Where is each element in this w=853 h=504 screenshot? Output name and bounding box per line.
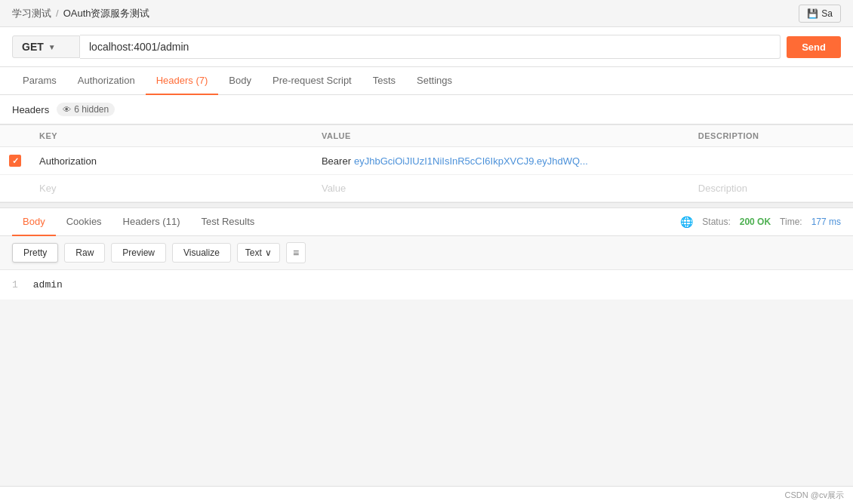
line-number: 1: [12, 279, 18, 290]
save-icon: 💾: [807, 8, 818, 19]
hidden-badge[interactable]: 👁 6 hidden: [57, 103, 115, 116]
table-empty-row: Key Value Description: [0, 175, 853, 202]
response-tabs-left: Body Cookies Headers (11) Test Results: [12, 208, 265, 235]
response-tabs: Body Cookies Headers (11) Test Results 🌐…: [0, 208, 853, 236]
key-placeholder: Key: [39, 183, 56, 194]
breadcrumb-current: OAuth资源服务测试: [63, 7, 150, 20]
col-key-header: KEY: [30, 125, 313, 147]
visualize-button[interactable]: Visualize: [172, 243, 231, 263]
desc-placeholder: Description: [698, 183, 747, 194]
tab-response-body[interactable]: Body: [12, 208, 56, 236]
request-tabs: Params Authorization Headers (7) Body Pr…: [0, 67, 853, 95]
tab-cookies[interactable]: Cookies: [56, 208, 112, 236]
top-bar: 学习测试 / OAuth资源服务测试 💾 Sa: [0, 0, 853, 27]
tab-headers[interactable]: Headers (7): [146, 67, 219, 95]
section-divider: [0, 202, 853, 208]
empty-key-cell[interactable]: Key: [30, 175, 313, 202]
text-label: Text: [245, 247, 262, 258]
breadcrumb-parent: 学习测试: [12, 7, 51, 20]
save-button[interactable]: 💾 Sa: [799, 5, 841, 23]
status-label: Status:: [702, 217, 730, 227]
bearer-label: Bearer: [322, 155, 351, 167]
empty-checkbox-cell: [0, 175, 30, 202]
headers-table: KEY VALUE DESCRIPTION Authorization Bear…: [0, 124, 853, 202]
breadcrumb: 学习测试 / OAuth资源服务测试: [12, 7, 149, 20]
send-button[interactable]: Send: [787, 36, 841, 58]
key-text: Authorization: [39, 155, 97, 167]
footer-text: CSDN @cv展示: [785, 490, 844, 499]
method-label: GET: [22, 41, 44, 53]
checkbox-checked[interactable]: [9, 155, 21, 167]
col-value-header: VALUE: [313, 125, 689, 147]
response-body: 1admin: [0, 270, 853, 300]
headers-label: Headers: [12, 104, 49, 115]
empty-desc-cell[interactable]: Description: [689, 175, 853, 202]
pretty-button[interactable]: Pretty: [12, 243, 58, 263]
row-desc-cell: [689, 147, 853, 175]
row-key-cell: Authorization: [30, 147, 313, 175]
headers-section-bar: Headers 👁 6 hidden: [0, 95, 853, 124]
url-bar: GET ▼ Send: [0, 27, 853, 67]
method-selector[interactable]: GET ▼: [12, 35, 80, 58]
value-placeholder: Value: [322, 183, 346, 194]
raw-button[interactable]: Raw: [64, 243, 105, 263]
wrap-button[interactable]: ≡: [286, 242, 306, 263]
tab-body[interactable]: Body: [218, 67, 262, 95]
hidden-count: 6 hidden: [74, 104, 109, 115]
col-checkbox: [0, 125, 30, 147]
row-checkbox-cell[interactable]: [0, 147, 30, 175]
preview-button[interactable]: Preview: [111, 243, 166, 263]
save-label: Sa: [821, 8, 833, 19]
response-toolbar: Pretty Raw Preview Visualize Text ∨ ≡: [0, 236, 853, 270]
tab-params[interactable]: Params: [12, 67, 67, 95]
tab-test-results[interactable]: Test Results: [190, 208, 265, 236]
time-value: 177 ms: [811, 217, 841, 227]
eye-icon: 👁: [63, 105, 71, 114]
time-label: Time:: [780, 217, 802, 227]
empty-value-cell[interactable]: Value: [313, 175, 689, 202]
tab-tests[interactable]: Tests: [362, 67, 406, 95]
url-input[interactable]: [80, 35, 781, 59]
response-content: admin: [33, 279, 63, 290]
response-status-bar: 🌐 Status: 200 OK Time: 177 ms: [680, 216, 841, 228]
globe-icon: 🌐: [680, 216, 693, 228]
method-arrow: ▼: [48, 43, 56, 51]
tab-settings[interactable]: Settings: [406, 67, 463, 95]
footer: CSDN @cv展示: [0, 486, 853, 504]
value-text: eyJhbGciOiJIUzI1NiIsInR5cCI6IkpXVCJ9.eyJ…: [354, 155, 588, 167]
breadcrumb-separator: /: [56, 8, 59, 19]
table-row: Authorization BearereyJhbGciOiJIUzI1NiIs…: [0, 147, 853, 175]
tab-response-headers[interactable]: Headers (11): [112, 208, 191, 236]
text-dropdown[interactable]: Text ∨: [237, 243, 280, 263]
tab-pre-request[interactable]: Pre-request Script: [262, 67, 362, 95]
row-value-cell: BearereyJhbGciOiJIUzI1NiIsInR5cCI6IkpXVC…: [313, 147, 689, 175]
tab-authorization[interactable]: Authorization: [67, 67, 146, 95]
text-arrow: ∨: [265, 247, 272, 258]
col-desc-header: DESCRIPTION: [689, 125, 853, 147]
status-value: 200 OK: [740, 217, 771, 227]
